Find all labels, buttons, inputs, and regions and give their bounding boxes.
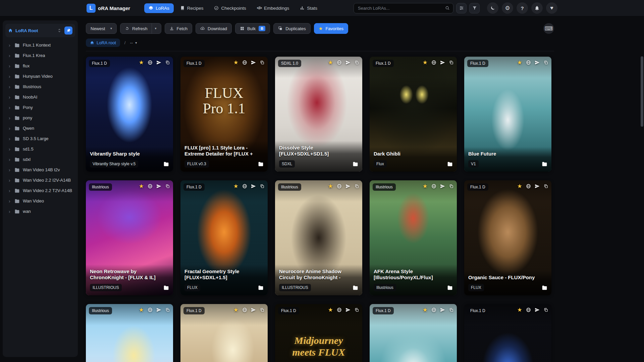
favorite-star-icon[interactable]: ★ [328, 307, 333, 313]
lora-card[interactable]: Illustrious ★ Neurocore Anime Shadow Cir… [275, 180, 362, 295]
civitai-globe-icon[interactable] [431, 184, 436, 189]
copy-icon[interactable] [260, 60, 265, 65]
chevron-right-icon[interactable]: › [9, 136, 11, 141]
send-icon[interactable] [251, 60, 256, 65]
lora-card[interactable]: Flux.1 D ★ Blue Future V1 [464, 57, 551, 172]
favorite-star-icon[interactable]: ★ [139, 183, 144, 189]
refresh-dropdown-toggle[interactable]: ▾ [152, 23, 157, 34]
civitai-globe-icon[interactable] [526, 307, 531, 312]
send-icon[interactable] [345, 60, 351, 65]
copy-icon[interactable] [354, 184, 359, 189]
lora-card[interactable]: Flux.1 D ★ Fractal Geometry Style [FLUX+… [180, 180, 268, 295]
copy-icon[interactable] [165, 60, 170, 65]
lora-card[interactable]: Flux.1 D ★ [180, 304, 268, 362]
filter-funnel-button[interactable] [469, 3, 480, 13]
send-icon[interactable] [251, 184, 256, 189]
lora-card[interactable]: Flux.1 D ★ [464, 304, 551, 362]
chevron-right-icon[interactable]: › [9, 105, 11, 110]
keyboard-shortcuts-button[interactable]: ⌨ [543, 23, 554, 34]
copy-icon[interactable] [543, 60, 548, 65]
lora-card[interactable]: SDXL 1.0 ★ Dissolve Style [FLUX+SDXL+SD1… [275, 57, 362, 172]
sidebar-folder-item[interactable]: ›pony [5, 113, 75, 123]
search-input[interactable] [357, 5, 442, 11]
lora-card[interactable]: Flux.1 D ★ Vibrantly Sharp style Vibrant… [86, 57, 173, 172]
copy-icon[interactable] [543, 307, 548, 312]
civitai-globe-icon[interactable] [526, 184, 531, 189]
move-folder-icon[interactable] [258, 162, 264, 167]
sidebar-folder-item[interactable]: ›Wan Video [5, 196, 75, 206]
civitai-globe-icon[interactable] [337, 307, 342, 312]
chevron-right-icon[interactable]: › [9, 126, 11, 131]
favorite-star-icon[interactable]: ★ [139, 60, 144, 65]
sidebar-folder-item[interactable]: ›wan [5, 206, 75, 217]
lora-card[interactable]: Illustrious ★ Neon Retrowave by ChronoKn… [86, 180, 173, 295]
chevron-right-icon[interactable]: › [9, 43, 11, 48]
civitai-globe-icon[interactable] [242, 60, 247, 65]
copy-icon[interactable] [354, 307, 359, 312]
copy-icon[interactable] [260, 184, 265, 189]
move-folder-icon[interactable] [353, 285, 358, 290]
send-icon[interactable] [535, 307, 540, 312]
send-icon[interactable] [251, 307, 256, 312]
send-icon[interactable] [156, 307, 161, 312]
sidebar-folder-item[interactable]: ›Pony [5, 102, 75, 113]
civitai-globe-icon[interactable] [148, 307, 153, 312]
lora-card[interactable]: Illustrious ★ AFK Arena Style [Illustrio… [370, 180, 457, 295]
civitai-globe-icon[interactable] [148, 184, 153, 189]
nav-tab-checkpoints[interactable]: Checkpoints [210, 3, 250, 13]
move-folder-icon[interactable] [258, 285, 264, 290]
copy-icon[interactable] [354, 60, 359, 65]
chevron-right-icon[interactable]: › [9, 188, 11, 193]
chevron-right-icon[interactable]: › [9, 84, 11, 89]
sidebar-folder-item[interactable]: ›Flux.1 Krea [5, 50, 75, 61]
filter-sliders-button[interactable] [456, 3, 467, 13]
send-icon[interactable] [440, 60, 445, 65]
copy-icon[interactable] [165, 184, 170, 189]
page-scrollbar[interactable] [641, 0, 643, 362]
help-button[interactable]: ? [517, 2, 528, 14]
move-folder-icon[interactable] [353, 162, 358, 167]
chevron-right-icon[interactable]: › [9, 116, 11, 120]
sidebar-folder-item[interactable]: ›Wan Video 14B t2v [5, 165, 75, 175]
lora-card[interactable]: Flux.1 D ★ Organic Sauce - FLUX/Pony FLU… [464, 180, 551, 295]
sidebar-folder-item[interactable]: ›Illustrious [5, 81, 75, 92]
favorites-nav-button[interactable]: ♥ [546, 2, 557, 14]
move-folder-icon[interactable] [163, 285, 169, 290]
duplicates-button[interactable]: Duplicates [273, 23, 311, 34]
chevron-right-icon[interactable]: › [9, 209, 11, 214]
expand-all-icon[interactable] [57, 28, 62, 33]
favorite-star-icon[interactable]: ★ [233, 183, 238, 189]
sidebar-folder-item[interactable]: ›NoobAI [5, 92, 75, 102]
chevron-right-icon[interactable]: › [9, 64, 11, 68]
settings-button[interactable]: ⚙ [502, 2, 513, 14]
favorite-star-icon[interactable]: ★ [328, 183, 333, 189]
move-folder-icon[interactable] [163, 162, 169, 167]
move-folder-icon[interactable] [542, 285, 547, 290]
send-icon[interactable] [535, 60, 540, 65]
lora-card[interactable]: Flux.1 D ★ [370, 304, 457, 362]
nav-tab-recipes[interactable]: Recipes [176, 3, 208, 13]
download-button[interactable]: Download [196, 23, 232, 34]
chevron-right-icon[interactable]: › [9, 53, 11, 58]
civitai-globe-icon[interactable] [431, 307, 436, 312]
send-icon[interactable] [156, 184, 161, 189]
favorite-star-icon[interactable]: ★ [423, 60, 428, 65]
lora-card[interactable]: Midjourney meets FLUX Flux.1 D ★ [275, 304, 362, 362]
fetch-button[interactable]: Fetch [165, 23, 193, 34]
favorites-filter-button[interactable]: ★ Favorites [314, 23, 348, 34]
send-icon[interactable] [345, 184, 351, 189]
copy-icon[interactable] [165, 307, 170, 312]
send-icon[interactable] [535, 184, 540, 189]
sidebar-folder-item[interactable]: ›flux [5, 61, 75, 71]
civitai-globe-icon[interactable] [337, 184, 342, 189]
favorite-star-icon[interactable]: ★ [233, 307, 238, 313]
chevron-right-icon[interactable]: › [9, 178, 11, 183]
send-icon[interactable] [345, 307, 351, 312]
copy-icon[interactable] [449, 60, 454, 65]
favorite-star-icon[interactable]: ★ [233, 60, 238, 65]
civitai-globe-icon[interactable] [337, 60, 342, 65]
breadcrumb-root[interactable]: LoRA root [86, 39, 120, 47]
breadcrumb-current[interactable]: -- ▾ [130, 40, 137, 45]
sidebar-folder-item[interactable]: ›Flux.1 Kontext [5, 40, 75, 50]
sidebar-folder-item[interactable]: ›sd1.5 [5, 144, 75, 154]
